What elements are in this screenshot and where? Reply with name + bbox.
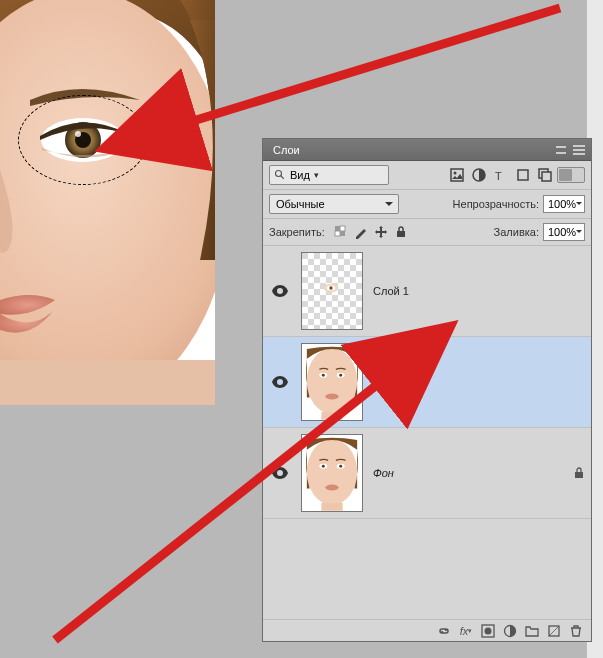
lock-position-icon[interactable] bbox=[373, 224, 389, 240]
svg-rect-8 bbox=[573, 149, 585, 151]
canvas-area[interactable] bbox=[0, 0, 215, 405]
svg-rect-21 bbox=[340, 226, 345, 231]
opacity-value: 100% bbox=[548, 198, 576, 210]
svg-rect-42 bbox=[321, 503, 342, 511]
panel-footer: fx▾ bbox=[263, 619, 591, 641]
panel-title: Слои bbox=[273, 144, 300, 156]
panel-menu-icon[interactable] bbox=[571, 142, 587, 158]
svg-rect-22 bbox=[335, 231, 340, 236]
trash-icon[interactable] bbox=[569, 624, 583, 638]
filter-smart-icon[interactable] bbox=[537, 167, 553, 183]
lock-icon bbox=[573, 467, 585, 479]
svg-rect-18 bbox=[542, 172, 551, 181]
svg-point-30 bbox=[322, 374, 325, 377]
chevron-down-icon: ▾ bbox=[314, 170, 319, 180]
mask-icon[interactable] bbox=[481, 624, 495, 638]
layers-list: Слой 1 bbox=[263, 246, 591, 519]
filter-type-icon[interactable]: T bbox=[493, 167, 509, 183]
blend-mode-value: Обычные bbox=[276, 198, 325, 210]
lock-row: Закрепить: Заливка: 100% bbox=[263, 219, 591, 246]
svg-point-38 bbox=[322, 465, 325, 468]
svg-point-1 bbox=[0, 0, 215, 405]
svg-line-11 bbox=[281, 176, 284, 179]
eye-icon bbox=[272, 285, 288, 297]
layer-name-label[interactable]: Фон bbox=[373, 467, 394, 479]
svg-rect-20 bbox=[340, 231, 345, 236]
eye-icon bbox=[272, 376, 288, 388]
link-layers-icon[interactable] bbox=[437, 624, 451, 638]
svg-point-33 bbox=[325, 394, 339, 400]
svg-rect-23 bbox=[397, 231, 405, 237]
thumb-content bbox=[302, 344, 362, 420]
fill-input[interactable]: 100% bbox=[543, 223, 585, 241]
filter-shape-icon[interactable] bbox=[515, 167, 531, 183]
opacity-label: Непрозрачность: bbox=[453, 198, 539, 210]
new-layer-icon[interactable] bbox=[547, 624, 561, 638]
visibility-toggle[interactable] bbox=[269, 467, 291, 479]
group-icon[interactable] bbox=[525, 624, 539, 638]
eye-icon bbox=[272, 467, 288, 479]
layer-name-label[interactable]: Фон копия bbox=[373, 376, 426, 388]
layers-empty-area[interactable] bbox=[263, 519, 591, 619]
svg-rect-12 bbox=[451, 169, 463, 181]
layer-row[interactable]: Фон bbox=[263, 428, 591, 519]
lock-all-icon[interactable] bbox=[393, 224, 409, 240]
lock-label: Закрепить: bbox=[269, 226, 325, 238]
layer-row[interactable]: Слой 1 bbox=[263, 246, 591, 337]
svg-point-41 bbox=[325, 485, 339, 491]
filter-adjustment-icon[interactable] bbox=[471, 167, 487, 183]
svg-point-13 bbox=[454, 172, 457, 175]
layer-thumbnail[interactable] bbox=[301, 252, 363, 330]
visibility-toggle[interactable] bbox=[269, 285, 291, 297]
fill-label: Заливка: bbox=[494, 226, 539, 238]
svg-rect-34 bbox=[321, 412, 342, 420]
svg-text:T: T bbox=[495, 170, 502, 182]
filter-toggle[interactable] bbox=[557, 167, 585, 183]
filter-kind-label: Вид bbox=[290, 169, 310, 181]
svg-point-6 bbox=[75, 131, 81, 137]
layers-panel: Слои Вид ▾ T Обычные Непрозрачность: bbox=[262, 138, 592, 642]
svg-point-10 bbox=[276, 171, 282, 177]
svg-rect-7 bbox=[573, 145, 585, 147]
face-image bbox=[0, 0, 215, 405]
fx-icon[interactable]: fx▾ bbox=[459, 624, 473, 638]
svg-rect-43 bbox=[575, 472, 583, 478]
svg-point-45 bbox=[485, 627, 492, 634]
svg-point-32 bbox=[339, 374, 342, 377]
svg-point-36 bbox=[307, 439, 357, 505]
filter-kind-select[interactable]: Вид ▾ bbox=[269, 165, 389, 185]
svg-rect-9 bbox=[573, 153, 585, 155]
lock-pixels-icon[interactable] bbox=[353, 224, 369, 240]
blend-row: Обычные Непрозрачность: 100% bbox=[263, 190, 591, 219]
adjustment-icon[interactable] bbox=[503, 624, 517, 638]
layer-name-label[interactable]: Слой 1 bbox=[373, 285, 409, 297]
thumb-content bbox=[322, 283, 340, 293]
visibility-toggle[interactable] bbox=[269, 376, 291, 388]
search-icon bbox=[274, 169, 286, 181]
svg-point-26 bbox=[330, 287, 333, 290]
layer-row[interactable]: Фон копия bbox=[263, 337, 591, 428]
blend-mode-select[interactable]: Обычные bbox=[269, 194, 399, 214]
svg-rect-2 bbox=[0, 360, 215, 405]
svg-line-48 bbox=[180, 8, 560, 125]
svg-point-28 bbox=[307, 348, 357, 414]
opacity-input[interactable]: 100% bbox=[543, 195, 585, 213]
panel-header[interactable]: Слои bbox=[263, 139, 591, 161]
layer-thumbnail[interactable] bbox=[301, 343, 363, 421]
filter-row: Вид ▾ T bbox=[263, 161, 591, 190]
layer-thumbnail[interactable] bbox=[301, 434, 363, 512]
collapse-icon[interactable] bbox=[553, 142, 569, 158]
fill-value: 100% bbox=[548, 226, 576, 238]
filter-pixel-icon[interactable] bbox=[449, 167, 465, 183]
svg-rect-19 bbox=[335, 226, 340, 231]
thumb-content bbox=[302, 435, 362, 511]
svg-rect-16 bbox=[518, 170, 528, 180]
lock-transparent-icon[interactable] bbox=[333, 224, 349, 240]
svg-point-40 bbox=[339, 465, 342, 468]
